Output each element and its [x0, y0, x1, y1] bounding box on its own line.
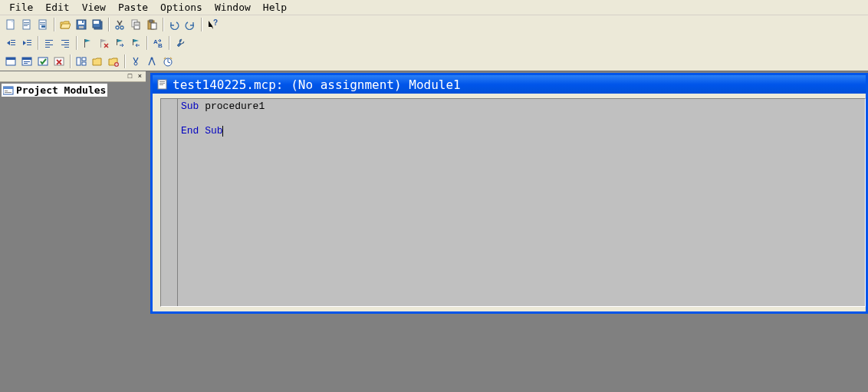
copy-icon — [130, 19, 141, 30]
project-tree[interactable]: Project Modules — [0, 82, 146, 392]
outdent-button[interactable] — [19, 35, 35, 51]
document-window: test140225.mcp: (No assignment) Module1 … — [150, 73, 868, 314]
svg-rect-38 — [61, 44, 69, 45]
dividers-button[interactable] — [144, 54, 159, 69]
document-titlebar[interactable]: test140225.mcp: (No assignment) Module1 — [153, 75, 866, 94]
toolbar-separator — [201, 18, 202, 31]
editor-gutter — [161, 99, 178, 306]
replace-button[interactable]: AB — [150, 35, 166, 51]
compass-button[interactable] — [128, 54, 143, 69]
redo-button[interactable] — [182, 17, 198, 32]
document-icon — [157, 79, 168, 90]
toolbar-row-2: AB — [0, 34, 868, 52]
save-all-button[interactable] — [90, 17, 105, 32]
layout-button[interactable] — [74, 54, 89, 69]
copy-button[interactable] — [128, 17, 143, 32]
svg-rect-51 — [24, 63, 28, 64]
open-file-icon — [21, 19, 32, 30]
svg-rect-26 — [11, 40, 15, 41]
project-root-node[interactable]: Project Modules — [2, 84, 107, 97]
module-button-4[interactable] — [51, 54, 67, 69]
indent-icon — [5, 38, 16, 48]
undo-button[interactable] — [166, 17, 182, 32]
svg-rect-4 — [24, 25, 28, 26]
module-button-2[interactable] — [19, 54, 35, 69]
document-body: Sub procedure1 End Sub — [160, 98, 866, 307]
svg-rect-8 — [41, 25, 45, 28]
menu-edit[interactable]: Edit — [39, 1, 75, 14]
svg-rect-43 — [133, 39, 133, 45]
svg-rect-28 — [11, 44, 15, 45]
svg-rect-15 — [94, 21, 99, 24]
svg-rect-68 — [159, 84, 163, 85]
svg-rect-52 — [38, 58, 48, 65]
save-icon — [76, 19, 87, 30]
menu-view[interactable]: View — [76, 1, 112, 14]
svg-rect-2 — [24, 22, 29, 23]
cut-button[interactable] — [112, 17, 127, 32]
bookmark-remove-button[interactable] — [96, 35, 111, 51]
align-left-icon — [44, 38, 54, 48]
new-file-icon — [5, 19, 16, 30]
svg-rect-42 — [117, 39, 117, 45]
svg-rect-37 — [64, 42, 69, 43]
context-help-icon: ? — [207, 19, 218, 30]
project-root-label: Project Modules — [16, 84, 106, 96]
menu-help[interactable]: Help — [257, 1, 293, 14]
module-button-3[interactable] — [35, 54, 51, 69]
clock-button[interactable] — [160, 54, 176, 69]
folder-add-icon — [108, 56, 119, 67]
module-button-1[interactable] — [3, 54, 18, 69]
svg-rect-20 — [135, 24, 139, 25]
paste-button[interactable] — [144, 17, 159, 32]
panel-close-button[interactable]: × — [136, 73, 144, 81]
toolbar-separator — [146, 36, 148, 50]
outdent-icon — [21, 38, 32, 48]
svg-rect-24 — [151, 23, 156, 29]
flag-remove-icon — [98, 38, 109, 48]
toolbar-separator — [163, 18, 164, 31]
toolbar-row-1: ? — [0, 15, 868, 34]
code-editor[interactable]: Sub procedure1 End Sub — [178, 99, 865, 306]
bookmark-prev-button[interactable] — [128, 35, 143, 51]
svg-rect-33 — [45, 42, 50, 43]
toolbar-separator — [38, 36, 39, 50]
svg-rect-62 — [3, 87, 13, 89]
menu-options[interactable]: Options — [154, 1, 209, 14]
svg-rect-36 — [61, 40, 69, 41]
menu-file[interactable]: File — [3, 1, 39, 14]
menu-window[interactable]: Window — [209, 1, 257, 14]
save-button[interactable] — [74, 17, 89, 32]
svg-text:B: B — [158, 42, 163, 48]
open-file-button-2[interactable] — [35, 17, 51, 32]
replace-icon: AB — [153, 38, 163, 48]
folder-add-button[interactable] — [106, 54, 121, 69]
context-help-button[interactable]: ? — [205, 17, 220, 32]
layout-icon — [76, 56, 87, 67]
svg-rect-32 — [45, 40, 53, 41]
svg-rect-12 — [82, 21, 84, 23]
menu-paste[interactable]: Paste — [112, 1, 154, 14]
svg-text:?: ? — [213, 19, 218, 27]
folder-button[interactable] — [90, 54, 105, 69]
svg-rect-41 — [100, 39, 101, 48]
align-right-button[interactable] — [58, 35, 73, 51]
document-title: test140225.mcp: (No assignment) Module1 — [173, 77, 461, 92]
new-file-button[interactable] — [3, 17, 18, 32]
indent-button[interactable] — [3, 35, 18, 51]
panel-minimize-button[interactable]: □ — [126, 73, 134, 81]
bookmark-next-button[interactable] — [112, 35, 127, 51]
menu-bar: File Edit View Paste Options Window Help — [0, 0, 868, 15]
toolbar-separator — [70, 54, 71, 68]
module-icon — [5, 56, 16, 67]
text-cursor — [222, 126, 223, 137]
toolbar-separator — [124, 54, 126, 68]
bookmark-button[interactable] — [80, 35, 95, 51]
code-keyword: End Sub — [181, 125, 223, 137]
align-left-button[interactable] — [41, 35, 57, 51]
folder-open-button[interactable] — [58, 17, 73, 32]
tool-button[interactable] — [173, 35, 188, 51]
svg-rect-56 — [82, 62, 86, 65]
open-file-button-1[interactable] — [19, 17, 35, 32]
flag-prev-icon — [130, 38, 141, 48]
